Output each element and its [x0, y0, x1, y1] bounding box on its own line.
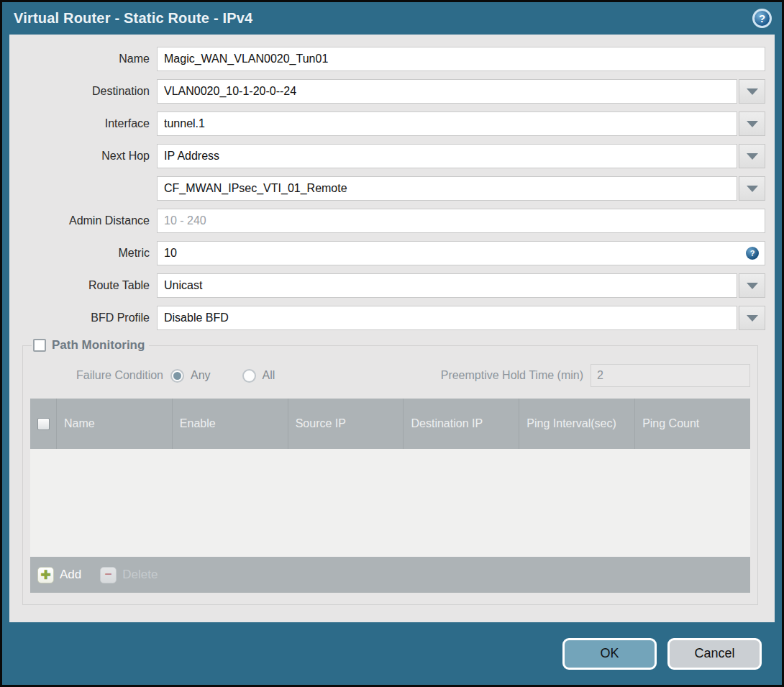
dialog-footer: OK Cancel	[2, 622, 782, 685]
path-monitoring-table: Name Enable Source IP Destination IP Pin…	[30, 399, 750, 593]
next-hop-address-row	[9, 176, 765, 201]
next-hop-dropdown-button[interactable]	[739, 144, 765, 168]
bfd-profile-row: BFD Profile	[9, 306, 765, 330]
select-all-checkbox[interactable]	[37, 418, 50, 430]
radio-unselected-icon	[242, 369, 256, 383]
preemptive-hold-time-label: Preemptive Hold Time (min)	[441, 369, 583, 382]
destination-input[interactable]	[157, 79, 737, 104]
delete-button-label: Delete	[122, 568, 158, 582]
interface-input[interactable]	[157, 112, 737, 136]
dialog-title: Virtual Router - Static Route - IPv4	[14, 10, 252, 27]
metric-input[interactable]	[157, 241, 765, 265]
name-row: Name	[9, 47, 765, 71]
interface-dropdown-button[interactable]	[739, 112, 765, 136]
interface-row: Interface	[9, 112, 765, 136]
failure-condition-label: Failure Condition	[30, 369, 170, 382]
next-hop-row: Next Hop	[9, 144, 765, 168]
preemptive-hold-time-input[interactable]	[591, 364, 750, 387]
metric-help-icon[interactable]: ?	[746, 247, 759, 260]
admin-distance-label: Admin Distance	[9, 214, 157, 227]
radio-any[interactable]: Any	[170, 369, 211, 383]
static-route-dialog: Virtual Router - Static Route - IPv4 ? N…	[2, 2, 782, 685]
delete-button[interactable]: − Delete	[100, 567, 158, 583]
name-input[interactable]	[157, 47, 765, 71]
radio-selected-icon	[170, 369, 184, 383]
chevron-down-icon	[747, 153, 758, 160]
failure-condition-radio-group: Any All	[170, 369, 275, 383]
radio-all[interactable]: All	[242, 369, 275, 383]
table-toolbar: ✚ Add − Delete	[30, 557, 750, 593]
route-table-row: Route Table	[9, 273, 765, 298]
column-header-source-ip[interactable]: Source IP	[288, 399, 404, 449]
next-hop-address-input[interactable]	[157, 176, 737, 201]
path-monitoring-section: Path Monitoring Failure Condition Any Al…	[22, 338, 758, 605]
minus-icon: −	[100, 567, 117, 583]
route-table-label: Route Table	[9, 279, 157, 292]
add-button-label: Add	[60, 568, 81, 582]
destination-dropdown-button[interactable]	[739, 79, 765, 104]
bfd-profile-select[interactable]	[157, 306, 737, 330]
next-hop-select[interactable]	[157, 144, 737, 168]
name-label: Name	[9, 53, 157, 65]
admin-distance-input[interactable]	[157, 209, 765, 233]
chevron-down-icon	[747, 186, 758, 192]
chevron-down-icon	[747, 315, 758, 322]
radio-all-label: All	[263, 369, 275, 382]
metric-row: Metric ?	[9, 241, 765, 265]
next-hop-label: Next Hop	[9, 150, 157, 163]
column-header-ping-interval[interactable]: Ping Interval(sec)	[519, 399, 634, 449]
ok-button[interactable]: OK	[562, 638, 657, 670]
path-monitoring-checkbox[interactable]	[33, 339, 46, 352]
add-button[interactable]: ✚ Add	[37, 567, 81, 583]
radio-any-label: Any	[191, 369, 211, 382]
column-header-destination-ip[interactable]: Destination IP	[403, 399, 519, 449]
dialog-titlebar: Virtual Router - Static Route - IPv4 ?	[2, 2, 782, 35]
help-icon[interactable]: ?	[752, 9, 772, 28]
destination-label: Destination	[9, 85, 157, 98]
chevron-down-icon	[747, 283, 758, 289]
column-header-enable[interactable]: Enable	[172, 399, 288, 449]
path-monitoring-options-row: Failure Condition Any All Preemptive Hol…	[30, 364, 750, 387]
preemptive-hold-time: Preemptive Hold Time (min)	[441, 364, 750, 387]
metric-label: Metric	[9, 247, 157, 260]
screenshot-frame: Virtual Router - Static Route - IPv4 ? N…	[0, 0, 784, 687]
bfd-profile-dropdown-button[interactable]	[739, 306, 765, 330]
route-table-select[interactable]	[157, 273, 737, 298]
route-table-dropdown-button[interactable]	[739, 273, 765, 298]
table-header-row: Name Enable Source IP Destination IP Pin…	[30, 399, 750, 449]
column-header-ping-count[interactable]: Ping Count	[634, 399, 750, 449]
table-header-checkbox-cell	[30, 399, 56, 449]
next-hop-address-dropdown-button[interactable]	[739, 176, 765, 201]
destination-row: Destination	[9, 79, 765, 104]
cancel-button[interactable]: Cancel	[667, 638, 762, 670]
chevron-down-icon	[747, 88, 758, 95]
bfd-profile-label: BFD Profile	[9, 311, 157, 324]
admin-distance-row: Admin Distance	[9, 209, 765, 233]
path-monitoring-title: Path Monitoring	[52, 338, 145, 352]
column-header-name[interactable]: Name	[56, 399, 172, 449]
dialog-content: Name Destination Interface	[9, 35, 775, 622]
plus-icon: ✚	[37, 567, 54, 583]
path-monitoring-legend: Path Monitoring	[32, 338, 149, 352]
chevron-down-icon	[747, 121, 758, 127]
table-body-empty	[30, 449, 750, 557]
interface-label: Interface	[9, 117, 157, 130]
